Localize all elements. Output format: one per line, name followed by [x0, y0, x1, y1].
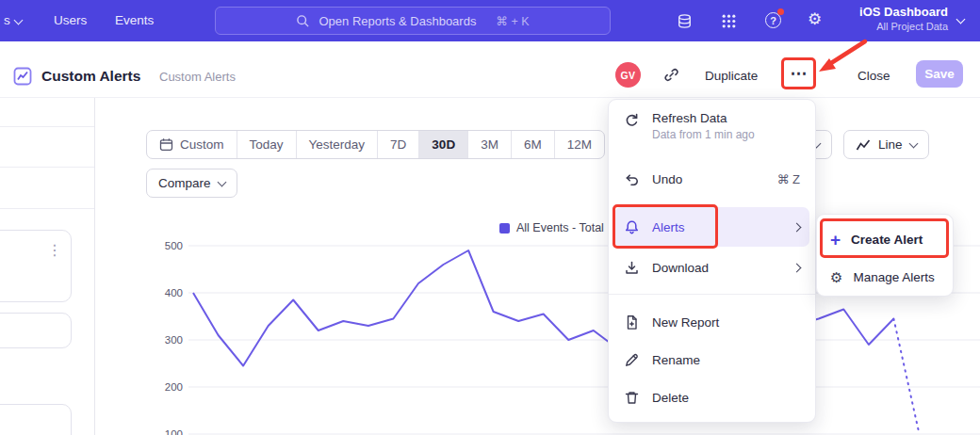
kebab-menu-icon[interactable]: ⋮	[47, 243, 62, 258]
sidebar-row-divider	[0, 208, 94, 209]
menu-item-alerts[interactable]: Alerts	[614, 207, 809, 247]
menu-item-label: Alerts	[652, 220, 685, 234]
chevron-down-icon	[956, 15, 966, 24]
duplicate-button[interactable]: Duplicate	[705, 69, 758, 83]
avatar[interactable]: GV	[615, 62, 641, 88]
keyboard-shortcut: ⌘ Z	[776, 172, 800, 186]
global-search-input[interactable]: Open Reports & Dashboards ⌘ + K	[215, 7, 611, 35]
menu-divider	[609, 294, 815, 295]
nav-item-users[interactable]: Users	[54, 13, 87, 27]
project-switcher[interactable]: iOS Dashboard All Project Data	[818, 5, 948, 32]
date-range-custom[interactable]: Custom	[147, 131, 237, 158]
menu-item-subtitle: Data from 1 min ago	[652, 128, 755, 141]
data-management-icon[interactable]	[676, 12, 693, 29]
menu-item-delete[interactable]: Delete	[609, 379, 815, 416]
line-chart-icon	[856, 137, 871, 153]
submenu-item-label: Create Alert	[851, 233, 923, 247]
app-window: s Users Events Open Reports & Dashboards…	[0, 0, 980, 435]
sidebar-card[interactable]	[0, 404, 72, 435]
date-range-label: Custom	[180, 137, 224, 152]
chevron-right-icon	[792, 263, 802, 272]
trash-icon	[624, 390, 640, 406]
close-button[interactable]: Close	[858, 69, 890, 83]
chevron-down-icon	[908, 138, 918, 148]
search-icon	[296, 14, 310, 28]
menu-item-label: New Report	[652, 315, 719, 330]
chevron-right-icon	[792, 222, 802, 232]
search-placeholder: Open Reports & Dashboards	[318, 14, 476, 28]
date-range-3m[interactable]: 3M	[467, 131, 511, 158]
nav-item-events[interactable]: Events	[115, 13, 154, 27]
undo-icon	[624, 171, 640, 187]
gear-icon: ⚙	[830, 270, 842, 284]
sidebar-row-divider	[0, 167, 94, 168]
compare-label: Compare	[158, 176, 211, 190]
more-options-button[interactable]: ⋯	[791, 65, 808, 82]
date-range-selector: Custom Today Yesterday 7D 30D 3M 6M 12M	[146, 130, 605, 159]
sidebar-card[interactable]	[0, 230, 72, 302]
project-title: iOS Dashboard	[818, 5, 948, 19]
svg-text:500: 500	[165, 240, 183, 251]
submenu-item-manage-alerts[interactable]: ⚙ Manage Alerts	[817, 258, 953, 296]
project-subtitle: All Project Data	[818, 21, 948, 32]
submenu-item-label: Manage Alerts	[853, 270, 934, 284]
menu-item-undo[interactable]: Undo ⌘ Z	[609, 160, 815, 198]
svg-text:200: 200	[165, 381, 183, 393]
menu-item-refresh-data[interactable]: Refresh Data Data from 1 min ago	[609, 109, 815, 149]
compare-button[interactable]: Compare	[146, 169, 237, 198]
apps-grid-icon[interactable]	[720, 12, 737, 29]
new-report-icon	[624, 314, 640, 330]
page-title: Custom Alerts	[41, 68, 140, 85]
sidebar-divider	[94, 98, 95, 435]
menu-item-download[interactable]: Download	[609, 249, 815, 286]
chart-type-label: Line	[878, 137, 903, 152]
menu-item-rename[interactable]: Rename	[609, 341, 815, 379]
menu-item-label: Delete	[652, 391, 689, 405]
plus-icon: +	[830, 231, 841, 249]
download-icon	[624, 260, 640, 276]
menu-item-label: Download	[652, 261, 709, 275]
report-header: Custom Alerts Custom Alerts GV Duplicate…	[0, 41, 980, 98]
alerts-submenu: + Create Alert ⚙ Manage Alerts	[816, 214, 954, 297]
svg-text:100: 100	[165, 428, 183, 435]
refresh-icon	[624, 113, 640, 129]
sidebar-card[interactable]	[0, 313, 72, 348]
chart-type-dropdown[interactable]: Line	[843, 130, 929, 159]
notification-dot	[777, 8, 784, 15]
pencil-icon	[624, 352, 640, 368]
svg-text:400: 400	[165, 287, 183, 298]
chevron-down-icon	[14, 16, 24, 25]
nav-item-truncated[interactable]: s	[4, 13, 10, 27]
top-nav: s Users Events Open Reports & Dashboards…	[0, 0, 980, 41]
menu-item-label: Refresh Data	[652, 111, 755, 125]
save-button[interactable]: Save	[916, 60, 963, 88]
breadcrumb[interactable]: Custom Alerts	[159, 70, 236, 84]
report-type-icon	[13, 67, 32, 89]
date-range-30d-selected[interactable]: 30D	[418, 131, 467, 158]
annotation-box-more: ⋯	[781, 57, 816, 89]
context-menu: Refresh Data Data from 1 min ago Undo ⌘ …	[608, 99, 816, 423]
menu-item-label: Undo	[652, 172, 682, 186]
date-range-today[interactable]: Today	[237, 131, 296, 158]
submenu-item-create-alert[interactable]: + Create Alert	[817, 220, 953, 258]
date-range-12m[interactable]: 12M	[554, 131, 604, 158]
menu-item-new-report[interactable]: New Report	[609, 303, 815, 341]
date-range-7d[interactable]: 7D	[377, 131, 418, 158]
bell-icon	[624, 219, 640, 235]
sidebar-row-divider	[0, 126, 94, 127]
svg-text:300: 300	[165, 334, 183, 346]
search-shortcut-hint: ⌘ + K	[496, 14, 529, 28]
chevron-down-icon	[217, 177, 226, 186]
share-link-icon[interactable]	[663, 67, 679, 87]
menu-item-label: Rename	[652, 353, 700, 367]
date-range-yesterday[interactable]: Yesterday	[296, 131, 378, 158]
calendar-icon	[159, 137, 173, 152]
date-range-6m[interactable]: 6M	[511, 131, 554, 158]
